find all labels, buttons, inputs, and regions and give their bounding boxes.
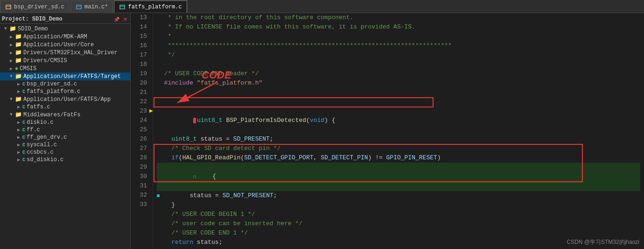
tree-item-fatfs-target[interactable]: ▼ 📁 Application/User/FATFS/Target — [0, 72, 130, 80]
code-editor[interactable]: 13 14 15 16 17 18 19 20 21 22 23 24 25 2… — [131, 13, 644, 249]
tree-item-fatfs-app[interactable]: ▼ 📁 Application/User/FATFS/App — [0, 95, 130, 103]
toggle-mdk: ▶ — [7, 34, 15, 40]
tree-item-ff-gen[interactable]: ▶ C ff_gen_drv.c — [0, 134, 130, 141]
close-sidebar-button[interactable]: ✕ — [122, 16, 128, 22]
file-icon-diskio: C — [22, 120, 25, 125]
code-line-26: ◻ { — [157, 163, 640, 191]
label-hal-driver: Drivers/STM32F1xx_HAL_Driver — [23, 50, 118, 56]
line-numbers: 13 14 15 16 17 18 19 20 21 22 23 24 25 2… — [131, 13, 153, 249]
code-line-21 — [157, 88, 640, 97]
folder-icon-middlewares: 📁 — [15, 111, 22, 118]
tab-bsp-driver-sd[interactable]: bsp_driver_sd.c — [0, 0, 70, 13]
toggle-ff-c: ▶ — [15, 127, 22, 133]
toggle-sdio-demo: ▼ — [2, 26, 9, 31]
label-fatfs-c: fatfs.c — [27, 104, 50, 110]
main-layout: Project: SDIO_Demo 📌 ✕ ▼ 📁 SDIO_Demo ▶ 📁… — [0, 13, 644, 249]
tree-item-cmsis-drivers[interactable]: ▶ 📁 Drivers/CMSIS — [0, 57, 130, 64]
label-fatfs-platform: fatfs_platform.c — [27, 88, 80, 95]
code-line-27: status = SD_NOT_PRESENT; — [157, 191, 640, 200]
toggle-user-core: ▶ — [7, 42, 15, 48]
label-ff-c: ff.c — [27, 127, 40, 133]
code-line-30: /* user code can be inserted here */ — [157, 219, 640, 228]
label-sd-diskio: sd_diskio.c — [27, 157, 63, 163]
tab-icon-bsp — [5, 4, 12, 10]
tree-item-ff-c[interactable]: ▶ C ff.c — [0, 126, 130, 134]
toggle-fatfs-app: ▼ — [7, 97, 15, 102]
label-fatfs-target: Application/User/FATFS/Target — [23, 73, 121, 80]
tab-label-bsp: bsp_driver_sd.c — [14, 4, 64, 10]
code-line-29: /* USER CODE BEGIN 1 */ — [157, 210, 640, 219]
toggle-diskio: ▶ — [15, 120, 22, 125]
tab-icon-main — [76, 4, 82, 10]
label-ccsbcs: ccsbcs.c — [27, 149, 54, 156]
toggle-ccsbcs: ▶ — [15, 149, 22, 155]
code-content: 13 14 15 16 17 18 19 20 21 22 23 24 25 2… — [131, 13, 644, 249]
code-line-25: if(HAL_GPIO_ReadPin(SD_DETECT_GPIO_PORT,… — [157, 153, 640, 163]
code-line-15: * — [157, 32, 640, 41]
tree-item-cmsis[interactable]: ▶ ◆ CMSIS — [0, 64, 130, 72]
folder-icon-sdio: 📁 — [9, 25, 16, 32]
tree-item-diskio[interactable]: ▶ C diskio.c — [0, 119, 130, 126]
file-icon-sd-diskio: C — [22, 157, 25, 163]
code-line-33: } — [157, 247, 640, 249]
code-line-23: uint8_t status = SD_PRESENT; — [157, 135, 640, 144]
toggle-ff-gen: ▶ — [15, 135, 22, 140]
label-cmsis: CMSIS — [20, 65, 36, 72]
code-line-18 — [157, 60, 640, 69]
tree-item-mdk-arm[interactable]: ▶ 📁 Application/MDK-ARM — [0, 33, 130, 41]
tab-fatfs-platform[interactable]: fatfs_platform.c — [114, 0, 187, 13]
svg-rect-4 — [120, 5, 125, 9]
toggle-bsp: ▶ — [15, 81, 22, 87]
gem-icon: ◆ — [15, 65, 18, 72]
folder-icon-user-core: 📁 — [15, 41, 22, 48]
tab-bar: bsp_driver_sd.c main.c* fatfs_platform.c — [0, 0, 644, 13]
toggle-middlewares: ▼ — [7, 112, 15, 117]
watermark: CSDN @学习STM32的jhaozi — [567, 238, 639, 246]
label-bsp-driver: bsp_driver_sd.c — [27, 81, 77, 87]
file-icon-bsp: C — [22, 82, 25, 87]
toggle-cmsis: ▶ — [7, 66, 15, 71]
tree-item-user-core[interactable]: ▶ 📁 Application/User/Core — [0, 41, 130, 49]
folder-icon-fatfs-target: 📁 — [15, 73, 22, 80]
tree-item-syscall[interactable]: ▶ C syscall.c — [0, 141, 130, 149]
code-line-19: /* USER CODE END Header */ — [157, 69, 640, 78]
tree-item-ccsbcs[interactable]: ▶ C ccsbcs.c — [0, 149, 130, 156]
tree-item-middlewares[interactable]: ▼ 📁 Middlewares/FatFs — [0, 111, 130, 119]
tree-item-bsp-driver[interactable]: ▶ C bsp_driver_sd.c — [0, 80, 130, 88]
tree-item-hal-driver[interactable]: ▶ 📁 Drivers/STM32F1xx_HAL_Driver — [0, 49, 130, 57]
tab-label-main: main.c* — [84, 4, 108, 10]
code-line-14: * If no LICENSE file comes with this sof… — [157, 22, 640, 32]
label-syscall: syscall.c — [27, 142, 57, 148]
code-lines-container: * in the root directory of this software… — [153, 13, 644, 249]
file-icon-fatfs-c: C — [22, 105, 25, 110]
toggle-fatfs-target: ▼ — [7, 74, 15, 79]
tab-main-c[interactable]: main.c* — [70, 0, 113, 13]
toggle-cmsis-drivers: ▶ — [7, 58, 15, 64]
code-line-24: /* Check SD card detect pin */ — [157, 144, 640, 153]
folder-icon-hal: 📁 — [15, 49, 22, 56]
tree-item-sdio-demo[interactable]: ▼ 📁 SDIO_Demo — [0, 25, 130, 33]
file-icon-ccsbcs: C — [22, 150, 25, 155]
toggle-fatfs-platform: ▶ — [15, 89, 22, 94]
tree-item-fatfs-c[interactable]: ▶ C fatfs.c — [0, 103, 130, 111]
sidebar-header: Project: SDIO_Demo 📌 ✕ — [0, 15, 130, 24]
tree-item-fatfs-platform[interactable]: ▶ C fatfs_platform.c — [0, 88, 130, 95]
folder-icon-mdk: 📁 — [15, 33, 22, 40]
toggle-hal: ▶ — [7, 50, 15, 56]
label-fatfs-app: Application/User/FATFS/App — [23, 96, 111, 103]
label-user-core: Application/User/Core — [23, 42, 94, 48]
code-line-28: } — [157, 200, 640, 210]
toggle-syscall: ▶ — [15, 142, 22, 148]
svg-rect-0 — [6, 5, 11, 9]
label-mdk-arm: Application/MDK-ARM — [23, 34, 87, 40]
tree-item-sd-diskio[interactable]: ▶ C sd_diskio.c — [0, 156, 130, 164]
code-line-17: */ — [157, 50, 640, 60]
label-ff-gen: ff_gen_drv.c — [27, 134, 67, 141]
toggle-sd-diskio: ▶ — [15, 157, 22, 163]
tab-icon-fatfs — [119, 4, 126, 10]
file-icon-syscall: C — [22, 142, 25, 148]
code-line-16: ****************************************… — [157, 41, 640, 50]
code-line-31: /* USER CODE END 1 */ — [157, 228, 640, 238]
code-line-20: #include "fatfs_platform.h" — [157, 78, 640, 88]
pin-button[interactable]: 📌 — [113, 16, 120, 22]
